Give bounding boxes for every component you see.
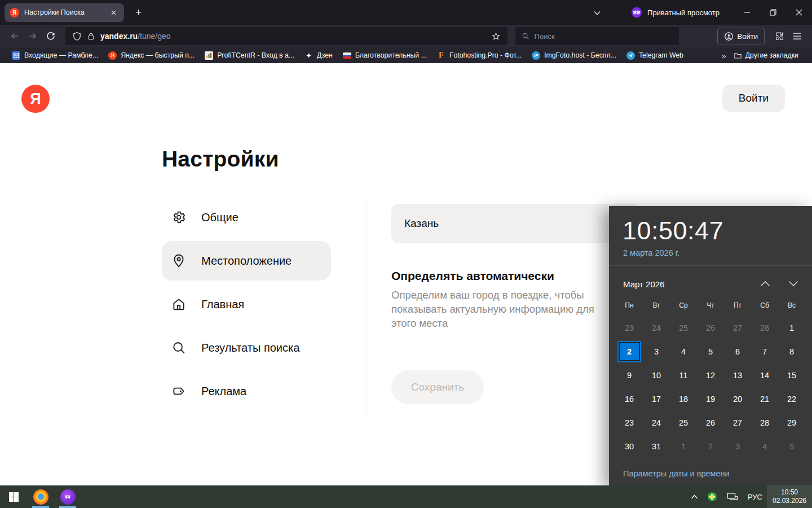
- forward-button[interactable]: [24, 28, 42, 45]
- save-button[interactable]: Сохранить: [391, 370, 484, 404]
- calendar-day[interactable]: 13: [724, 364, 751, 387]
- calendar-day[interactable]: 12: [697, 364, 724, 387]
- calendar-day[interactable]: 5: [697, 340, 724, 364]
- calendar-day[interactable]: 10: [643, 364, 670, 387]
- bookmark-item[interactable]: ✦Дзен: [299, 50, 338, 61]
- calendar-weekday: Вт: [643, 301, 670, 309]
- date-time-settings-link[interactable]: Параметры даты и времени: [623, 469, 730, 478]
- sidebar-item-search-results[interactable]: Результаты поиска: [162, 328, 331, 367]
- other-bookmarks-button[interactable]: Другие закладки: [734, 51, 805, 59]
- calendar-day[interactable]: 17: [643, 387, 670, 411]
- calendar-next-month-chevron-icon[interactable]: [788, 279, 798, 289]
- calendar-day[interactable]: 30: [616, 435, 643, 458]
- calendar-day[interactable]: 23: [616, 411, 643, 435]
- calendar-day[interactable]: 1: [778, 316, 805, 340]
- tray-hidden-icons-chevron[interactable]: [686, 485, 703, 508]
- start-button[interactable]: [0, 485, 27, 508]
- bookmark-star-icon[interactable]: [491, 32, 501, 41]
- search-input[interactable]: Поиск: [515, 27, 679, 45]
- sidebar-item-location[interactable]: Местоположение: [162, 241, 331, 281]
- calendar-day[interactable]: 16: [616, 387, 643, 411]
- browser-tab-bar: Я Настройки Поиска ✕ + Приватный просмот…: [0, 0, 812, 25]
- lock-icon[interactable]: [87, 32, 95, 41]
- taskbar-firefox-button[interactable]: [27, 485, 54, 508]
- calendar-day[interactable]: 24: [643, 411, 670, 435]
- bookmark-item[interactable]: iFImgFoto.host - Беспл...: [527, 50, 621, 61]
- calendar-day[interactable]: 27: [724, 316, 751, 340]
- tray-clock[interactable]: 10:50 02.03.2026: [767, 485, 812, 508]
- taskbar-firefox-private-button[interactable]: [54, 485, 81, 508]
- calendar-day[interactable]: 9: [616, 364, 643, 387]
- calendar-day[interactable]: 11: [670, 364, 697, 387]
- calendar-day[interactable]: 7: [751, 340, 778, 364]
- city-input[interactable]: Казань: [391, 204, 641, 243]
- calendar-day[interactable]: 3: [643, 340, 670, 364]
- sidebar-item-home[interactable]: Главная: [162, 284, 331, 324]
- calendar-day[interactable]: 4: [670, 340, 697, 364]
- menu-hamburger-icon[interactable]: [788, 28, 806, 45]
- calendar-day[interactable]: 3: [724, 435, 751, 458]
- bookmark-item[interactable]: Благотворительный ...: [338, 50, 432, 60]
- bookmark-label: Дзен: [317, 51, 333, 59]
- sidebar-item-ads[interactable]: Реклама: [162, 371, 331, 411]
- calendar-day[interactable]: 26: [697, 316, 724, 340]
- browser-tab[interactable]: Я Настройки Поиска ✕: [5, 3, 124, 22]
- calendar-day[interactable]: 8: [778, 340, 805, 364]
- calendar-day[interactable]: 23: [616, 316, 643, 340]
- calendar-day[interactable]: 25: [670, 316, 697, 340]
- extensions-puzzle-icon[interactable]: [770, 28, 788, 45]
- firefox-account-button[interactable]: Войти: [717, 28, 765, 45]
- calendar-day[interactable]: 14: [751, 364, 778, 387]
- bookmark-item[interactable]: FFotohosting.Pro - Фот...: [432, 50, 527, 61]
- yandex-logo[interactable]: Я: [21, 85, 50, 113]
- calendar-day[interactable]: 19: [697, 387, 724, 411]
- calendar-day-selected[interactable]: 2: [617, 341, 641, 362]
- calendar-day[interactable]: 31: [643, 435, 670, 458]
- calendar-day[interactable]: 21: [751, 387, 778, 411]
- calendar-day[interactable]: 28: [751, 316, 778, 340]
- calendar-prev-month-chevron-icon[interactable]: [760, 279, 770, 289]
- window-minimize-button[interactable]: [734, 0, 760, 25]
- page-login-button[interactable]: Войти: [722, 85, 785, 112]
- calendar-day[interactable]: 4: [751, 435, 778, 458]
- bookmarks-overflow-chevron[interactable]: »: [713, 51, 734, 60]
- auto-detect-description: Определим ваш город в поездке, чтобы пок…: [391, 288, 603, 330]
- flyout-date-link[interactable]: 2 марта 2026 г.: [623, 248, 679, 257]
- reload-button[interactable]: [42, 28, 60, 45]
- new-tab-button[interactable]: +: [132, 6, 145, 19]
- calendar-day[interactable]: 26: [697, 411, 724, 435]
- calendar-day[interactable]: 6: [724, 340, 751, 364]
- bookmark-item[interactable]: ЯЯндекс — быстрый п...: [103, 50, 200, 61]
- calendar-day[interactable]: 18: [670, 387, 697, 411]
- tray-network-icon[interactable]: [722, 485, 743, 508]
- calendar-day[interactable]: 2: [697, 435, 724, 458]
- search-icon: [522, 32, 529, 40]
- browser-nav-bar: yandex.ru/tune/geo Поиск Войти: [0, 25, 812, 47]
- tray-antivirus-icon[interactable]: [703, 485, 722, 508]
- tab-close-icon[interactable]: ✕: [108, 7, 119, 18]
- list-all-tabs-chevron-icon[interactable]: [584, 7, 611, 17]
- tracking-shield-icon[interactable]: [72, 32, 82, 41]
- bookmark-item[interactable]: Входящие — Рамбле...: [7, 50, 103, 61]
- calendar-day[interactable]: 22: [778, 387, 805, 411]
- calendar-day[interactable]: 24: [643, 316, 670, 340]
- tray-language-indicator[interactable]: РУС: [743, 485, 767, 508]
- calendar-day[interactable]: 29: [778, 411, 805, 435]
- calendar-day[interactable]: 25: [670, 411, 697, 435]
- back-button[interactable]: [6, 28, 24, 45]
- bookmark-item[interactable]: Telegram Web: [621, 50, 689, 61]
- tray-date: 02.03.2026: [773, 497, 806, 505]
- calendar-day[interactable]: 1: [670, 435, 697, 458]
- calendar-day[interactable]: 5: [778, 435, 805, 458]
- calendar-month-label: Март 2026: [623, 279, 742, 289]
- window-close-button[interactable]: [786, 0, 812, 25]
- window-restore-button[interactable]: [760, 0, 786, 25]
- bookmark-item[interactable]: ProfiTCentR - Вход в а...: [200, 50, 299, 61]
- calendar-day[interactable]: 15: [778, 364, 805, 387]
- url-bar[interactable]: yandex.ru/tune/geo: [65, 27, 508, 45]
- sidebar-item-general[interactable]: Общие: [162, 198, 331, 237]
- calendar-day[interactable]: 27: [724, 411, 751, 435]
- calendar-day[interactable]: 28: [751, 411, 778, 435]
- bookmark-label: Яндекс — быстрый п...: [121, 51, 195, 59]
- calendar-day[interactable]: 20: [724, 387, 751, 411]
